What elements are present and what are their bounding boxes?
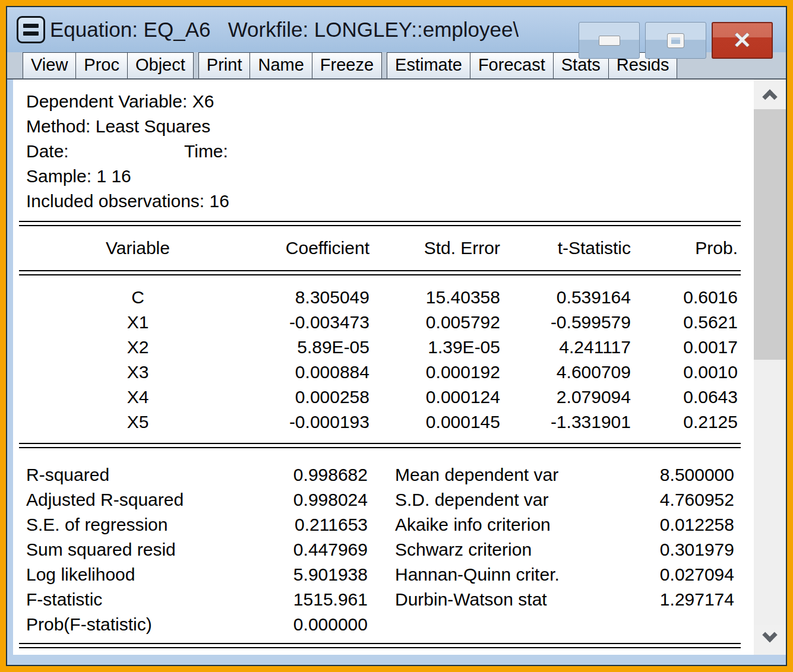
table-cell: 4.600709 [500,360,631,385]
stat-label: Log likelihood [26,562,252,587]
toolbar-button-forecast[interactable]: Forecast [470,52,554,78]
toolbar-button-print[interactable]: Print [198,52,251,78]
table-cell: 0.000145 [369,410,500,435]
column-header-coefficient: Coefficient [257,236,369,261]
table-cell: 15.40358 [369,285,500,310]
method-line: Method: Least Squares [26,114,754,139]
stat-value: 0.012258 [624,512,734,537]
table-cell: X3 [19,360,257,385]
stat-value: 5.901938 [252,562,368,587]
stat-value: 0.301979 [624,537,734,562]
stat-value-empty [624,612,734,637]
stat-label: Schwarz criterion [395,537,624,562]
toolbar-button-name[interactable]: Name [249,52,312,78]
coef-table-body: C 8.305049 15.40358 0.539164 0.6016 X1 -… [19,285,754,435]
window-title: Equation: EQ_A6 Workfile: LONGLEY::emplo… [50,18,519,42]
chevron-down-icon [762,627,777,642]
chevron-up-icon [762,90,777,104]
table-cell: 0.0017 [631,335,738,360]
sample-line: Sample: 1 16 [26,164,754,189]
table-cell: 4.241117 [500,335,631,360]
stat-label: Mean dependent var [395,462,624,487]
included-observations-line: Included observations: 16 [26,189,754,214]
vertical-scrollbar[interactable] [754,80,786,655]
table-cell: X5 [19,410,257,435]
stat-label: S.D. dependent var [395,487,624,512]
maximize-button[interactable] [645,22,706,59]
table-rule [19,643,741,648]
stat-label: Durbin-Watson stat [395,587,624,612]
window-controls: ✕ [579,22,773,59]
stat-value: 0.211653 [252,512,368,537]
stat-value: 0.027094 [624,562,734,587]
toolbar-button-estimate[interactable]: Estimate [387,52,470,78]
table-cell: 5.89E-05 [257,335,369,360]
table-cell: -1.331901 [500,410,631,435]
close-icon: ✕ [733,29,752,52]
date-time-line: Date:Time: [26,139,754,164]
table-rule [19,270,741,275]
stats-gap [368,487,395,512]
table-cell: 0.000884 [257,360,369,385]
table-cell: X2 [19,335,257,360]
scroll-up-button[interactable] [754,80,786,109]
table-cell: 0.2125 [631,410,738,435]
stats-gap [368,512,395,537]
stats-gap [368,587,395,612]
coef-table-header: Variable Coefficient Std. Error t-Statis… [19,236,754,261]
toolbar-button-object[interactable]: Object [127,52,194,78]
scroll-down-button[interactable] [754,625,786,655]
stat-value: 4.760952 [624,487,734,512]
table-cell: 0.005792 [369,310,500,335]
stats-gap [368,612,395,637]
scrollbar-track[interactable] [754,360,786,625]
table-cell: 0.0010 [631,360,738,385]
table-cell: X1 [19,310,257,335]
stat-value: 1515.961 [252,587,368,612]
column-header-prob: Prob. [631,236,738,261]
application-window: Equation: EQ_A6 Workfile: LONGLEY::emplo… [0,0,793,672]
stats-gap [368,462,395,487]
toolbar-button-freeze[interactable]: Freeze [312,52,382,78]
column-header-variable: Variable [19,236,257,261]
title-bar[interactable]: Equation: EQ_A6 Workfile: LONGLEY::emplo… [7,7,786,52]
window-inner-frame: Equation: EQ_A6 Workfile: LONGLEY::emplo… [6,6,787,666]
scrollbar-thumb[interactable] [754,109,786,360]
stat-label: R-squared [26,462,252,487]
window-body: Dependent Variable: X6 Method: Least Squ… [7,80,786,665]
stat-label: F-statistic [26,587,252,612]
icon-bar [23,24,39,28]
stat-label: Hannan-Quinn criter. [395,562,624,587]
table-rule [19,443,741,448]
close-button[interactable]: ✕ [712,22,773,59]
stat-value: 1.297174 [624,587,734,612]
stat-value: 8.500000 [624,462,734,487]
toolbar-button-view[interactable]: View [23,52,76,78]
dependent-variable-line: Dependent Variable: X6 [26,89,754,114]
minimize-button[interactable] [579,22,640,59]
table-cell: 0.0643 [631,385,738,410]
toolbar-button-proc[interactable]: Proc [75,52,128,78]
table-cell: 0.6016 [631,285,738,310]
column-header-std-error: Std. Error [369,236,500,261]
table-cell: -0.000193 [257,410,369,435]
minimize-icon [599,36,620,46]
table-cell: C [19,285,257,310]
table-cell: 1.39E-05 [369,335,500,360]
stat-label: Adjusted R-squared [26,487,252,512]
table-cell: 0.539164 [500,285,631,310]
equation-object-icon [17,16,45,43]
table-cell: 2.079094 [500,385,631,410]
stats-gap [368,562,395,587]
table-rule [19,221,741,226]
stat-label: Sum squared resid [26,537,252,562]
table-cell: 0.000124 [369,385,500,410]
table-cell: -0.599579 [500,310,631,335]
stat-label: Prob(F-statistic) [26,612,252,637]
table-cell: -0.003473 [257,310,369,335]
equation-output: Dependent Variable: X6 Method: Least Squ… [13,80,754,655]
summary-stats: R-squared 0.998682 Mean dependent var 8.… [26,462,754,637]
table-cell: 0.5621 [631,310,738,335]
table-cell: 8.305049 [257,285,369,310]
table-cell: 0.000192 [369,360,500,385]
